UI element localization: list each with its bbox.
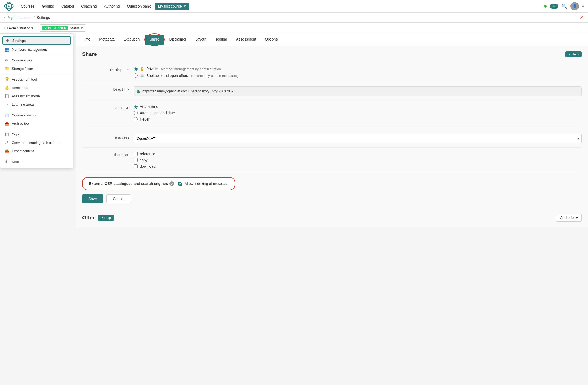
nav-dropdown-arrow[interactable]: ▾ bbox=[582, 4, 584, 8]
breadcrumb-back-button[interactable]: ‹ bbox=[4, 15, 5, 20]
tab-execution[interactable]: Execution bbox=[119, 35, 144, 45]
administration-button[interactable]: ⚙ Administration ▾ bbox=[4, 26, 33, 31]
tab-metadata[interactable]: Metadata bbox=[95, 35, 119, 45]
reference-label: reference bbox=[140, 152, 155, 156]
app-logo[interactable] bbox=[4, 2, 14, 11]
menu-item-storage[interactable]: 📁 Storage folder bbox=[0, 64, 73, 73]
nav-my-first-course[interactable]: My first course ✕ bbox=[155, 3, 189, 10]
search-icon[interactable]: 🔍 bbox=[562, 3, 567, 9]
breadcrumb-bar: ‹ My first course / Settings ✕ bbox=[0, 13, 588, 23]
oer-help-icon[interactable]: ? bbox=[169, 181, 174, 186]
tab-assessment[interactable]: Assessment bbox=[232, 35, 260, 45]
menu-item-export[interactable]: 📤 Export content bbox=[0, 147, 73, 155]
allow-indexing-option[interactable]: Allow indexing of metadata bbox=[178, 182, 228, 186]
menu-item-reminders-label: Reminders bbox=[12, 86, 28, 90]
menu-item-course-editor[interactable]: ✏ Course editor bbox=[0, 56, 73, 64]
menu-item-copy-label: Copy bbox=[12, 132, 20, 136]
tab-layout[interactable]: Layout bbox=[191, 35, 210, 45]
cancel-button[interactable]: Cancel bbox=[106, 194, 131, 203]
bookable-desc: Bookable by user in the catalog bbox=[191, 74, 238, 78]
at-any-time-radio[interactable] bbox=[134, 105, 138, 109]
menu-item-export-label: Export content bbox=[12, 149, 34, 153]
close-tab-icon[interactable]: ✕ bbox=[184, 4, 186, 8]
bookable-option[interactable]: 📖 Bookable and open offers Bookable by u… bbox=[134, 73, 582, 78]
download-checkbox[interactable] bbox=[134, 164, 138, 168]
dropdown-section-1: ⚙ Settings 👥 Members management bbox=[0, 35, 73, 55]
assessment-tool-icon: 🏆 bbox=[4, 77, 9, 81]
never-radio[interactable] bbox=[134, 117, 138, 121]
allow-indexing-label: Allow indexing of metadata bbox=[185, 182, 228, 186]
user-score-badge: 0/0 bbox=[550, 4, 558, 9]
add-offer-button[interactable]: Add offer ▾ bbox=[556, 214, 582, 222]
allow-indexing-checkbox[interactable] bbox=[178, 182, 182, 186]
participants-label: Participants bbox=[82, 67, 129, 72]
offer-help-button[interactable]: ? Help bbox=[98, 215, 114, 221]
copy-option[interactable]: copy bbox=[134, 158, 582, 162]
breadcrumb-course-link[interactable]: My first course bbox=[8, 15, 31, 20]
oer-label-text: External OER catalogues and search engin… bbox=[89, 182, 168, 186]
after-end-date-radio[interactable] bbox=[134, 111, 138, 115]
nav-courses[interactable]: Courses bbox=[18, 3, 38, 10]
tab-options[interactable]: Options bbox=[261, 35, 282, 45]
nav-question-bank[interactable]: Question bank bbox=[124, 3, 154, 10]
copy-checkbox[interactable] bbox=[134, 158, 138, 162]
menu-item-course-editor-label: Course editor bbox=[12, 58, 32, 62]
authors-can-control: reference copy download bbox=[134, 152, 582, 168]
access-row: e access OpenOLAT ▾ bbox=[82, 130, 582, 148]
at-any-time-option[interactable]: At any time bbox=[134, 105, 582, 109]
status-dropdown-arrow: ▾ bbox=[81, 26, 83, 30]
breadcrumb-close-icon[interactable]: ✕ bbox=[580, 15, 584, 20]
tab-share-highlight: Share bbox=[144, 33, 164, 46]
nav-authoring[interactable]: Authoring bbox=[101, 3, 123, 10]
menu-item-convert[interactable]: ⇄ Convert to learning path course bbox=[0, 138, 73, 147]
download-option[interactable]: download bbox=[134, 164, 582, 168]
tab-disclaimer[interactable]: Disclaimer bbox=[165, 35, 191, 45]
tab-toolbar[interactable]: Toolbar bbox=[211, 35, 231, 45]
status-button[interactable]: ✓ PUBLISHED Status ▾ bbox=[40, 24, 86, 32]
bookable-radio[interactable] bbox=[134, 73, 138, 78]
settings-icon: ⚙ bbox=[5, 38, 10, 43]
breadcrumb-separator: / bbox=[34, 15, 35, 20]
avatar[interactable]: 👤 bbox=[570, 2, 579, 10]
private-radio[interactable] bbox=[134, 67, 138, 71]
menu-item-learning-areas[interactable]: ○ Learning areas bbox=[0, 100, 73, 109]
dropdown-section-2: ✏ Course editor 📁 Storage folder bbox=[0, 55, 73, 74]
menu-item-assessment-mode-label: Assessment mode bbox=[12, 94, 40, 98]
menu-item-course-stats[interactable]: 📊 Course statistics bbox=[0, 111, 73, 119]
reference-checkbox[interactable] bbox=[134, 152, 138, 156]
tab-share[interactable]: Share bbox=[145, 35, 163, 45]
can-leave-control: At any time After course end date Never bbox=[134, 105, 582, 121]
save-button[interactable]: Save bbox=[82, 194, 103, 203]
menu-item-reminders[interactable]: 🔔 Reminders bbox=[0, 83, 73, 92]
offer-header: Offer ? Help Add offer ▾ bbox=[82, 214, 582, 222]
menu-item-copy[interactable]: 📋 Copy bbox=[0, 130, 73, 138]
can-leave-label: can leave bbox=[82, 105, 129, 110]
share-section-header: Share ? Help bbox=[82, 51, 582, 57]
menu-item-delete-label: Delete bbox=[12, 160, 22, 164]
authors-can-row: thors can reference copy dow bbox=[82, 148, 582, 173]
direct-link-control: ⊞ https://academy.openolat.com/url/Repos… bbox=[134, 86, 582, 96]
private-option[interactable]: 🔒 Private Member management by administr… bbox=[134, 67, 582, 71]
participants-row: Participants 🔒 Private Member management… bbox=[82, 63, 582, 82]
access-control[interactable]: OpenOLAT ▾ bbox=[134, 134, 582, 143]
never-option[interactable]: Never bbox=[134, 117, 582, 121]
menu-item-settings[interactable]: ⚙ Settings bbox=[2, 36, 71, 45]
direct-link-row: Direct link ⊞ https://academy.openolat.c… bbox=[82, 82, 582, 100]
admin-label: Administration bbox=[9, 26, 30, 30]
nav-catalog[interactable]: Catalog bbox=[58, 3, 77, 10]
after-end-date-option[interactable]: After course end date bbox=[134, 111, 582, 115]
add-offer-arrow-icon: ▾ bbox=[576, 216, 578, 220]
menu-item-delete[interactable]: 🗑 Delete bbox=[0, 157, 73, 166]
access-select-wrap: OpenOLAT ▾ bbox=[134, 134, 582, 143]
nav-coaching[interactable]: Coaching bbox=[78, 3, 100, 10]
direct-link-label: Direct link bbox=[82, 86, 129, 92]
menu-item-assessment-mode[interactable]: 📋 Assessment mode bbox=[0, 92, 73, 100]
menu-item-assessment-tool[interactable]: 🏆 Assessment tool bbox=[0, 75, 73, 83]
menu-item-members[interactable]: 👥 Members management bbox=[0, 45, 73, 54]
reference-option[interactable]: reference bbox=[134, 152, 582, 156]
access-select[interactable]: OpenOLAT bbox=[134, 134, 582, 143]
menu-item-archive-tool[interactable]: 📥 Archive tool bbox=[0, 119, 73, 128]
tab-info[interactable]: Info bbox=[80, 35, 95, 45]
nav-groups[interactable]: Groups bbox=[39, 3, 57, 10]
help-button[interactable]: ? Help bbox=[565, 51, 582, 57]
